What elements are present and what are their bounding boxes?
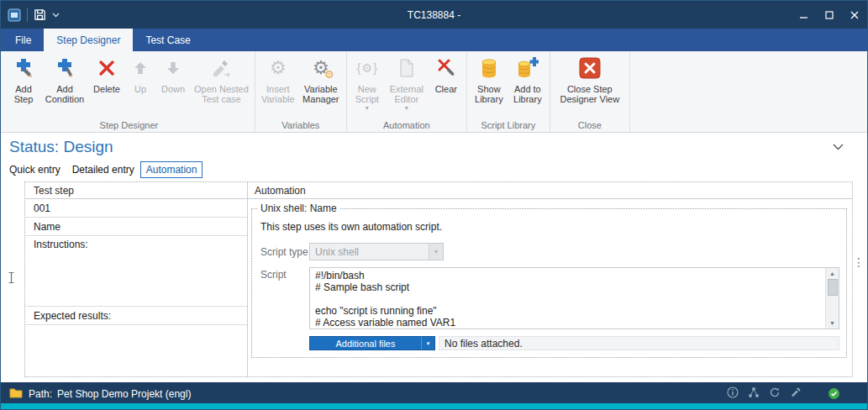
instructions-field[interactable] xyxy=(25,253,247,307)
expected-results-field[interactable] xyxy=(25,325,247,376)
close-view-icon xyxy=(579,55,601,81)
additional-files-button[interactable]: Additional files ▾ xyxy=(309,336,435,350)
script-editor[interactable]: #!/bin/bash # Sample bash script echo "s… xyxy=(309,267,839,329)
minimize-button[interactable] xyxy=(792,1,817,29)
script-description: This step uses its own automation script… xyxy=(260,221,841,233)
ribbon-group-label: Automation xyxy=(350,118,464,132)
button-label: Clear xyxy=(435,84,457,94)
app-icon[interactable] xyxy=(8,8,21,22)
button-label: Add xyxy=(56,84,73,94)
new-script-icon: {⚙} xyxy=(357,55,378,81)
button-label: Open Nested xyxy=(194,84,249,94)
ribbon-group-label: Script Library xyxy=(470,118,547,132)
automation-group-title: Unix shell: Name xyxy=(257,202,340,214)
button-label: External xyxy=(390,84,423,94)
button-label: Close Step xyxy=(567,84,613,94)
automation-column: Automation Unix shell: Name This step us… xyxy=(248,182,852,376)
button-label: New xyxy=(358,84,376,94)
save-icon[interactable] xyxy=(34,8,46,21)
network-icon[interactable] xyxy=(748,386,760,401)
tab-detailed-entry[interactable]: Detailed entry xyxy=(66,161,140,178)
button-label: Add xyxy=(15,84,32,94)
quick-access-chevron-icon[interactable] xyxy=(52,13,60,18)
clear-button[interactable]: Clear xyxy=(429,52,464,118)
maximize-button[interactable] xyxy=(817,1,842,29)
bottom-accent-strip xyxy=(1,403,867,409)
ribbon: Add Step Add Condition Delete xyxy=(1,51,867,133)
down-arrow-icon xyxy=(165,55,181,81)
scrollbar-thumb[interactable] xyxy=(828,279,838,296)
quick-access-toolbar xyxy=(1,8,60,22)
button-label: Script xyxy=(355,94,379,104)
button-label: Designer View xyxy=(560,94,619,104)
add-to-library-button[interactable]: Add to Library xyxy=(508,52,547,118)
add-condition-icon xyxy=(54,55,76,81)
tab-file[interactable]: File xyxy=(3,29,44,51)
add-to-library-icon xyxy=(517,55,539,81)
button-label: Add to xyxy=(514,84,541,94)
close-step-designer-view-button[interactable]: Close Step Designer View xyxy=(553,52,627,118)
button-label: Delete xyxy=(93,84,120,94)
additional-files-label: Additional files xyxy=(310,339,421,349)
ribbon-group-label: Variables xyxy=(258,118,344,132)
step-name-cell[interactable]: Name xyxy=(25,218,247,236)
down-button[interactable]: Down xyxy=(155,52,191,118)
expected-results-label: Expected results: xyxy=(25,307,247,325)
external-editor-icon xyxy=(398,55,415,81)
add-condition-button[interactable]: Add Condition xyxy=(41,52,88,118)
delete-button[interactable]: Delete xyxy=(88,52,125,118)
step-number-cell[interactable]: 001 xyxy=(25,199,247,218)
open-nested-test-case-icon xyxy=(210,55,232,81)
tab-automation[interactable]: Automation xyxy=(140,161,203,178)
ribbon-group-step-designer: Add Step Add Condition Delete xyxy=(3,51,255,132)
button-label: Up xyxy=(134,84,146,94)
delete-icon xyxy=(97,55,116,81)
button-label: Condition xyxy=(45,94,84,104)
open-nested-test-case-button[interactable]: Open Nested Test case xyxy=(191,52,252,118)
button-label: Down xyxy=(161,84,185,94)
status-title: Status: Design xyxy=(9,138,113,156)
content-area: ⋮ Test step 001 Name Instructions: Expec… xyxy=(1,179,867,382)
test-step-column-header: Test step xyxy=(25,182,247,199)
scroll-down-icon[interactable]: ▼ xyxy=(829,318,835,328)
app-window: TC138884 - File Step Designer Test Case … xyxy=(0,0,868,410)
titlebar-separator xyxy=(27,8,28,22)
button-label: Test case xyxy=(202,94,240,104)
tools-icon[interactable] xyxy=(790,386,802,401)
show-library-button[interactable]: Show Library xyxy=(470,52,508,118)
attached-files-field: No files attached. xyxy=(439,336,839,350)
button-label: Insert xyxy=(266,84,290,94)
new-script-button[interactable]: {⚙} New Script ▾ xyxy=(350,52,385,118)
ribbon-group-close: Close Step Designer View Close xyxy=(550,51,630,132)
tab-test-case[interactable]: Test Case xyxy=(133,29,203,51)
statusbar-icons xyxy=(727,386,859,401)
splitter-handle[interactable]: ⋮ xyxy=(853,256,865,268)
script-scrollbar[interactable]: ▲ ▼ xyxy=(825,268,839,329)
connection-status-icon[interactable] xyxy=(828,387,840,400)
test-step-column: Test step 001 Name Instructions: Expecte… xyxy=(25,182,248,376)
titlebar: TC138884 - xyxy=(1,1,867,29)
close-button[interactable] xyxy=(842,1,867,29)
scroll-up-icon[interactable]: ▲ xyxy=(829,269,835,278)
path-label: Path: xyxy=(29,388,52,400)
ribbon-group-automation: {⚙} New Script ▾ External Editor ▾ xyxy=(347,51,467,132)
button-label: Step xyxy=(14,94,34,104)
info-icon[interactable] xyxy=(727,386,739,401)
automation-script-group: Unix shell: Name This step uses its own … xyxy=(251,202,847,358)
script-type-select: Unix shell ▾ xyxy=(309,243,444,260)
dropdown-arrow-icon: ▾ xyxy=(405,105,408,112)
variable-manager-button[interactable]: ⚙⚙ Variable Manager xyxy=(298,52,344,118)
tab-quick-entry[interactable]: Quick entry xyxy=(3,161,66,178)
tab-step-designer[interactable]: Step Designer xyxy=(44,29,133,51)
automation-column-header: Automation xyxy=(248,182,852,199)
insert-variable-button[interactable]: ⚙ Insert Variable xyxy=(258,52,298,118)
external-editor-button[interactable]: External Editor ▾ xyxy=(385,52,429,118)
instructions-label: Instructions: xyxy=(25,236,247,253)
script-text[interactable]: #!/bin/bash # Sample bash script echo "s… xyxy=(315,270,823,327)
add-step-button[interactable]: Add Step xyxy=(6,52,41,118)
up-button[interactable]: Up xyxy=(125,52,155,118)
button-label: Show xyxy=(477,84,501,94)
refresh-icon[interactable] xyxy=(769,386,781,401)
collapse-chevron-icon[interactable] xyxy=(833,144,844,150)
chevron-down-icon[interactable]: ▾ xyxy=(421,337,434,350)
